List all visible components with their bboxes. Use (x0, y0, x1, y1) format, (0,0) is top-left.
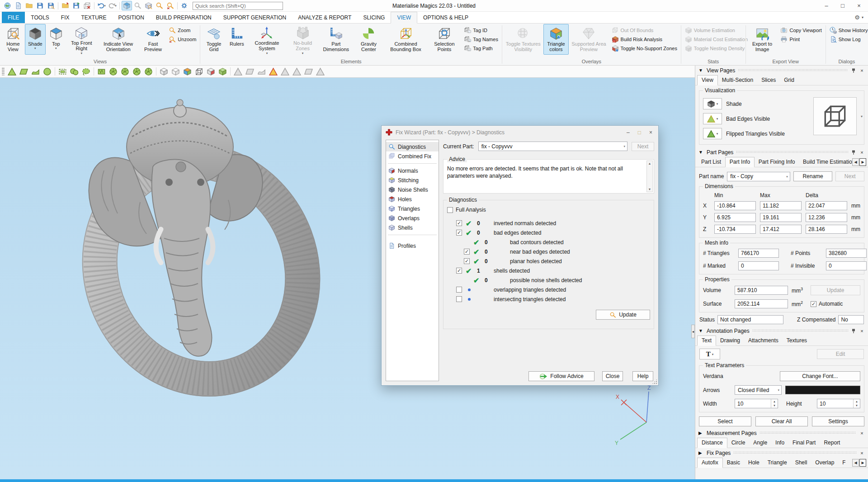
close-icon[interactable]: × (859, 68, 865, 73)
nav-overlaps[interactable]: Overlaps (386, 213, 439, 223)
top-front-right-button[interactable]: FRTop Front Right▾ (66, 24, 97, 55)
mark-by-angle-icon[interactable] (131, 66, 142, 77)
dim-y-delta[interactable]: 12.236 (806, 213, 847, 222)
nav-stitching[interactable]: Stitching (386, 175, 439, 185)
tab-basic[interactable]: Basic (723, 458, 744, 468)
bad-edges-visible-button[interactable]: ▾ (703, 113, 722, 124)
toggle-grid-button[interactable]: Toggle Grid (201, 24, 226, 55)
show-log-button[interactable]: Show Log (828, 35, 868, 43)
diagnostic-checkbox[interactable]: ✓ (456, 220, 462, 226)
tool-pyramid-disabled-icon[interactable] (291, 66, 302, 77)
nav-normals[interactable]: Normals (386, 166, 439, 175)
rename-button[interactable]: Rename (793, 171, 833, 181)
diagnostic-checkbox[interactable]: ✓ (464, 249, 470, 255)
close-icon[interactable]: × (859, 430, 865, 436)
settings-button[interactable]: Settings (812, 416, 864, 426)
tag-names-button[interactable]: NmTag Names (462, 35, 500, 43)
view-pages-header[interactable]: ▼ View Pages × (695, 66, 868, 75)
toolbar-drag-handle[interactable] (2, 67, 5, 76)
follow-advice-button[interactable]: Follow Advice (528, 371, 594, 381)
show-history-button[interactable]: Show History (828, 26, 868, 34)
tab-file[interactable]: FILE (2, 12, 25, 23)
dim-z-min[interactable]: -10.734 (714, 225, 756, 234)
tab-text[interactable]: Text (697, 336, 716, 346)
close-button[interactable]: × (851, 0, 867, 11)
tab-info[interactable]: Info (771, 438, 788, 448)
pin-icon[interactable] (851, 68, 856, 73)
pin-icon[interactable] (851, 328, 856, 334)
full-analysis-checkbox[interactable] (447, 207, 453, 213)
flipped-triangles-visible-button[interactable]: ▾ (703, 128, 722, 139)
unload-part-icon[interactable] (82, 1, 92, 10)
marked-count[interactable]: 0 (738, 261, 779, 270)
settings-gear-icon[interactable] (179, 1, 190, 10)
minimize-button[interactable]: – (818, 0, 835, 11)
select-wireframe-part-icon[interactable] (193, 66, 205, 77)
chevron-down-icon[interactable]: ▾ (861, 114, 863, 118)
measurement-pages-header[interactable]: ▶ Measurement Pages × (695, 428, 868, 438)
tab-texture[interactable]: TEXTURE (75, 12, 112, 23)
tool-plane2-disabled-icon[interactable] (303, 66, 314, 77)
volume-value[interactable]: 587.910 (735, 286, 788, 295)
arrows-select[interactable]: Closed Filled▾ (735, 385, 782, 395)
mark-surfaces-icon[interactable] (30, 66, 41, 77)
nav-holes[interactable]: Holes (386, 194, 439, 204)
surface-value[interactable]: 2052.114 (735, 299, 788, 308)
dim-y-max[interactable]: 19.161 (760, 213, 802, 222)
close-icon[interactable]: × (859, 150, 865, 155)
triangle-colors-button[interactable]: Triangle colors (543, 24, 569, 55)
mark-a-tool-icon[interactable] (268, 66, 279, 77)
pin-icon[interactable] (851, 150, 856, 155)
build-risk-analysis-button[interactable]: Build Risk Analysis (610, 35, 679, 43)
export-part-icon[interactable] (71, 1, 81, 10)
part-name-select[interactable]: fix - Copy▾ (727, 172, 790, 181)
points-count[interactable]: 382680 (826, 249, 867, 258)
tab-report[interactable]: Report (820, 438, 844, 448)
tab-circle[interactable]: Circle (727, 438, 750, 448)
save-as-icon[interactable] (46, 1, 56, 10)
tab-position[interactable]: POSITION (113, 12, 150, 23)
indicate-view-orientation-button[interactable]: Indicate View Orientation (97, 24, 140, 55)
tool-surface-disabled-icon[interactable] (256, 66, 267, 77)
tag-id-button[interactable]: #Tag ID (462, 26, 500, 34)
tab-view[interactable]: VIEW (391, 12, 417, 24)
rulers-button[interactable]: Rulers (226, 24, 247, 55)
model-elephant-ring[interactable] (47, 89, 341, 410)
nav-profiles[interactable]: Profiles (386, 241, 439, 250)
tab-support-generation[interactable]: SUPPORT GENERATION (217, 12, 292, 23)
tab-grid[interactable]: Grid (780, 76, 798, 85)
update-button[interactable]: Update (596, 310, 650, 320)
collapse-icon[interactable]: ▼ (698, 68, 704, 73)
tab-scroll-right-button[interactable]: ▶ (859, 158, 866, 166)
panel-collapse-handle[interactable]: ◄ (691, 325, 695, 338)
import-part-icon[interactable] (60, 1, 71, 10)
tab-slices[interactable]: Slices (757, 76, 780, 85)
shade-button[interactable]: Shade▾ (25, 24, 46, 55)
diagnostic-checkbox[interactable]: ✓ (464, 258, 470, 264)
close-dialog-button[interactable]: Close (602, 371, 623, 381)
help-button[interactable]: Help (632, 371, 653, 381)
tab-options-help[interactable]: OPTIONS & HELP (417, 12, 474, 23)
undo-icon[interactable]: ▾ (96, 1, 107, 10)
diagnostic-checkbox[interactable] (456, 287, 462, 293)
tab-fix-more[interactable]: F (838, 458, 845, 468)
zoom-scene-icon[interactable] (132, 1, 143, 10)
dialog-minimize-button[interactable]: – (627, 129, 630, 136)
zoom-out-icon[interactable] (165, 1, 175, 10)
dialog-close-button[interactable]: × (649, 129, 652, 136)
invisible-count[interactable]: 0 (826, 261, 867, 270)
open-file-icon[interactable] (24, 1, 34, 10)
tab-build-preparation[interactable]: BUILD PREPARATION (150, 12, 217, 23)
combined-bounding-box-button[interactable]: Combined Bounding Box (384, 24, 428, 55)
dim-x-min[interactable]: -10.864 (714, 201, 756, 210)
new-file-icon[interactable] (13, 1, 24, 10)
dialog-maximize-button[interactable]: □ (638, 129, 641, 136)
tab-multi-section[interactable]: Multi-Section (718, 76, 757, 85)
view-preview-cube[interactable] (813, 97, 857, 135)
arrow-color-swatch[interactable] (785, 386, 860, 394)
nav-diagnostics[interactable]: Diagnostics (386, 142, 439, 151)
tool-triangle-disabled-icon[interactable] (232, 66, 244, 77)
collapse-icon[interactable]: ▼ (698, 150, 704, 155)
ribbon-options[interactable]: ⚙▾ (854, 12, 868, 23)
automatic-checkbox[interactable]: ✓ (811, 301, 816, 307)
